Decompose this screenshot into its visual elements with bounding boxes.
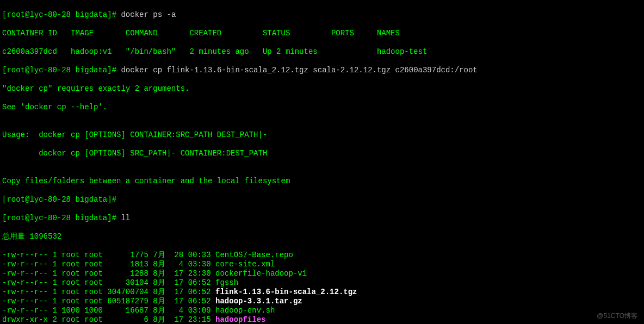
ls-filename: dockerfile-hadoop-v1 — [215, 269, 307, 278]
ls-meta: -rw-r--r-- 1 root root 1813 8月 4 03:30 — [2, 260, 215, 269]
ls-row: -rw-r--r-- 1 root root 1288 8月 17 23:30 … — [2, 269, 642, 278]
ls-row: -rw-r--r-- 1 root root 605187279 8月 17 0… — [2, 297, 642, 306]
error-line: See 'docker cp --help'. — [2, 103, 642, 112]
command-input: docker cp flink-1.13.6-bin-scala_2.12.tg… — [121, 66, 477, 74]
ls-meta: drwxr-xr-x 2 root root 6 8月 17 23:15 — [2, 315, 215, 324]
ls-filename: hadoop-env.sh — [215, 306, 275, 315]
ls-filename: CentOS7-Base.repo — [215, 251, 293, 259]
total-line: 总用量 1096532 — [2, 232, 642, 241]
terminal-line: [root@lyc-80-28 bigdata]# docker ps -a — [2, 10, 642, 20]
ls-row: -rw-r--r-- 1 root root 1775 7月 28 00:33 … — [2, 251, 642, 260]
command-input: ll — [121, 214, 130, 222]
terminal-output[interactable]: [root@lyc-80-28 bigdata]# docker ps -a C… — [0, 0, 644, 324]
ls-meta: -rw-r--r-- 1 root root 1288 8月 17 23:30 — [2, 269, 215, 278]
ls-row: -rw-r--r-- 1 root root 304700704 8月 17 0… — [2, 288, 642, 297]
terminal-line: [root@lyc-80-28 bigdata]# ll — [2, 214, 642, 223]
ls-filename: hadoop-3.3.1.tar.gz — [215, 297, 302, 306]
prompt-dir: bigdata — [75, 10, 107, 19]
ps-header: CONTAINER ID IMAGE COMMAND CREATED STATU… — [2, 29, 642, 38]
terminal-line: [root@lyc-80-28 bigdata]# — [2, 195, 642, 204]
ps-row: c2600a397dcd hadoop:v1 "/bin/bash" 2 min… — [2, 47, 642, 57]
command-input: docker ps -a — [121, 10, 176, 19]
ls-filename: fgssh — [215, 278, 238, 287]
ls-meta: -rw-r--r-- 1 root root 605187279 8月 17 0… — [2, 297, 215, 306]
ls-listing: -rw-r--r-- 1 root root 1775 7月 28 00:33 … — [2, 251, 642, 324]
usage-line: Usage: docker cp [OPTIONS] CONTAINER:SRC… — [2, 130, 642, 140]
ls-filename: flink-1.13.6-bin-scala_2.12.tgz — [215, 288, 357, 296]
ls-meta: -rw-r--r-- 1 root root 1775 7月 28 00:33 — [2, 251, 215, 259]
desc-line: Copy files/folders between a container a… — [2, 177, 642, 186]
ls-filename: core-site.xml — [215, 260, 275, 269]
ls-meta: -rw-r--r-- 1 root root 30104 8月 17 06:52 — [2, 278, 215, 287]
ls-meta: -rw-r--r-- 1 root root 304700704 8月 17 0… — [2, 288, 215, 296]
usage-line: docker cp [OPTIONS] SRC_PATH|- CONTAINER… — [2, 149, 642, 158]
ls-row: drwxr-xr-x 2 root root 6 8月 17 23:15 had… — [2, 315, 642, 324]
ls-meta: -rw-r--r-- 1 1000 1000 16687 8月 4 03:09 — [2, 306, 215, 315]
prompt-host: root@lyc-80-28 — [7, 10, 71, 19]
error-line: "docker cp" requires exactly 2 arguments… — [2, 84, 642, 94]
watermark: @51CTO博客 — [597, 311, 637, 321]
ls-row: -rw-r--r-- 1 1000 1000 16687 8月 4 03:09 … — [2, 306, 642, 315]
terminal-line: [root@lyc-80-28 bigdata]# docker cp flin… — [2, 66, 642, 75]
prompt-close: ]# — [107, 10, 121, 19]
ls-row: -rw-r--r-- 1 root root 1813 8月 4 03:30 c… — [2, 260, 642, 269]
ls-filename: hadoopfiles — [215, 315, 265, 324]
ls-row: -rw-r--r-- 1 root root 30104 8月 17 06:52… — [2, 278, 642, 288]
